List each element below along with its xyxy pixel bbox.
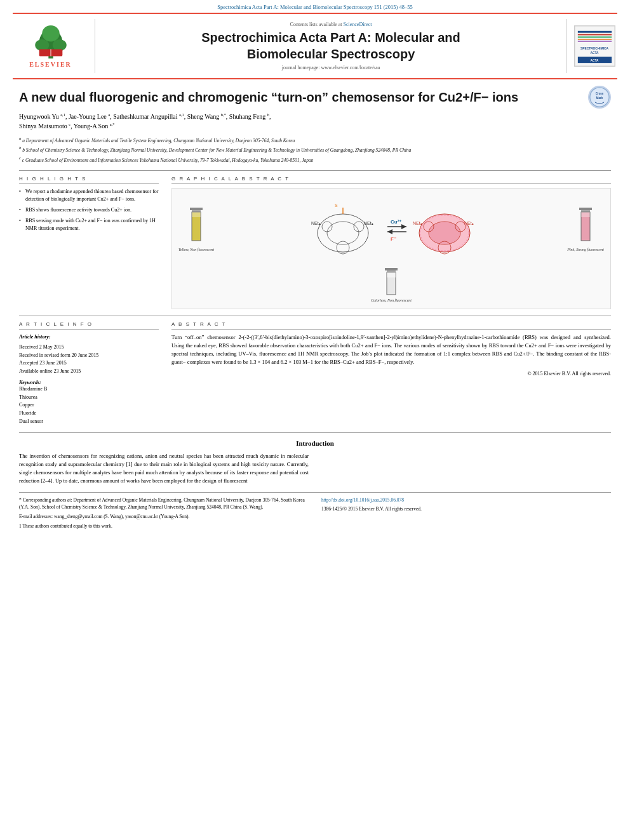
svg-rect-9 xyxy=(578,34,612,36)
svg-marker-37 xyxy=(387,229,392,234)
issn-text: 1386-1425/© 2015 Elsevier B.V. All right… xyxy=(321,505,611,512)
journal-badge-area: SPECTROCHIMICA ACTA ACTA xyxy=(566,19,617,73)
highlight-item-3: RBS sensing mode with Cu2+ and F− ion wa… xyxy=(19,217,159,232)
info-abstract-section: A R T I C L E I N F O Article history: R… xyxy=(19,321,611,426)
crossmark-icon: Cross Mark xyxy=(589,86,610,109)
svg-rect-12 xyxy=(578,41,612,41)
graphical-abstract-header: G R A P H I C A L A B S T R A C T xyxy=(171,176,611,184)
revised-date: Received in revised form 20 June 2015 xyxy=(19,352,159,360)
svg-point-26 xyxy=(322,222,332,232)
affiliations: a a Department of Advanced Organic Mater… xyxy=(19,135,611,164)
footnotes-two-col: * Corresponding authors at: Department o… xyxy=(19,497,611,530)
svg-marker-34 xyxy=(401,224,406,229)
elsevier-logo: ELSEVIER xyxy=(25,25,76,68)
svg-text:NEt₂: NEt₂ xyxy=(413,221,422,225)
journal-title: Spectrochimica Acta Part A: Molecular an… xyxy=(108,29,554,62)
vial-colorless-area: Colorless, Non fluorescent xyxy=(371,268,412,302)
svg-text:NEt₂: NEt₂ xyxy=(464,221,474,225)
svg-point-4 xyxy=(42,25,60,41)
abstract-column: A B S T R A C T Turn “off–on” chemosenso… xyxy=(171,321,611,426)
crossmark-badge[interactable]: Cross Mark xyxy=(588,86,611,109)
svg-text:ACTA: ACTA xyxy=(590,51,599,55)
vial-pink-icon xyxy=(576,208,595,246)
crossmark-inner: Cross Mark xyxy=(588,86,611,109)
affiliation-a: a a Department of Advanced Organic Mater… xyxy=(19,135,611,144)
keywords-list: Rhodamine B Thiourea Copper Fluoride Dua… xyxy=(19,385,159,426)
accepted-date: Accepted 23 June 2015 xyxy=(19,359,159,368)
equal-contribution-note: 1 These authors contributed equally to t… xyxy=(19,523,309,530)
corresponding-author-note: * Corresponding authors at: Department o… xyxy=(19,497,309,511)
svg-text:Cu²⁺: Cu²⁺ xyxy=(391,219,401,225)
svg-text:NEt₂: NEt₂ xyxy=(364,221,373,225)
svg-text:S: S xyxy=(335,203,338,208)
keyword-1: Rhodamine B xyxy=(19,385,159,394)
journal-reference-text: Spectrochimica Acta Part A: Molecular an… xyxy=(217,4,412,10)
svg-point-24 xyxy=(318,214,368,252)
spectrochimica-badge: SPECTROCHIMICA ACTA ACTA xyxy=(574,25,615,67)
copyright-text: © 2015 Elsevier B.V. All rights reserved… xyxy=(171,370,611,378)
vial-yellow: Yellow, Non fluorescent xyxy=(178,208,214,251)
introduction-title: Introduction xyxy=(19,439,611,447)
journal-homepage: journal homepage: www.elsevier.com/locat… xyxy=(108,65,554,70)
history-label: Article history: xyxy=(19,333,159,342)
keyword-5: Dual sensor xyxy=(19,418,159,426)
article-title-area: Cross Mark A new dual fluorogenic and ch… xyxy=(19,89,611,105)
elsevier-tree-icon xyxy=(25,25,76,60)
article-history: Article history: Received 2 May 2015 Rec… xyxy=(19,333,159,376)
page: Spectrochimica Acta Part A: Molecular an… xyxy=(0,0,630,840)
vial-colorless-icon xyxy=(382,268,401,297)
svg-rect-10 xyxy=(578,36,612,37)
svg-text:Cross: Cross xyxy=(596,92,604,95)
ga-image-area: Yellow, Non fluorescent xyxy=(178,195,604,265)
svg-text:SPECTROCHIMICA: SPECTROCHIMICA xyxy=(580,47,609,50)
received-date: Received 2 May 2015 xyxy=(19,343,159,352)
abstract-text: Turn “off–on” chemosensor 2-(-2-((3′,6′-… xyxy=(171,333,611,378)
svg-text:NEt₂: NEt₂ xyxy=(311,221,321,225)
authors-line: Hyungwook Yu a,1, Jae-Young Lee a, Sathe… xyxy=(19,112,611,131)
divider-1 xyxy=(19,170,611,171)
keyword-4: Fluoride xyxy=(19,410,159,418)
svg-rect-23 xyxy=(192,212,201,217)
doi-link[interactable]: http://dx.doi.org/10.1016/j.saa.2015.06.… xyxy=(321,497,611,503)
molecule-diagram: NEt₂ NEt₂ S xyxy=(224,195,558,265)
science-direct-link[interactable]: Contents lists available at ScienceDirec… xyxy=(108,22,554,27)
highlight-item-2: RBS shows fluorescence activity towards … xyxy=(19,206,159,214)
highlights-column: H I G H L I G H T S We report a rhodamin… xyxy=(19,176,159,309)
footnotes-right: http://dx.doi.org/10.1016/j.saa.2015.06.… xyxy=(321,497,611,530)
email-note: E-mail addresses: wang_sheng@ymail.com (… xyxy=(19,513,309,520)
introduction-section: Introduction The invention of chemosenso… xyxy=(19,432,611,486)
introduction-body: The invention of chemosensors for recogn… xyxy=(19,452,611,486)
molecule-svg: NEt₂ NEt₂ S xyxy=(302,195,479,265)
svg-text:ACTA: ACTA xyxy=(590,59,599,62)
vial-pink-label: Pink, Strong fluorescent xyxy=(567,248,604,251)
svg-rect-11 xyxy=(578,39,612,39)
svg-rect-50 xyxy=(581,212,590,217)
footnotes-left: * Corresponding authors at: Department o… xyxy=(19,497,309,530)
vial-colorless-label: Colorless, Non fluorescent xyxy=(371,298,412,302)
article-info-header: A R T I C L E I N F O xyxy=(19,321,159,330)
svg-text:F⁻: F⁻ xyxy=(391,236,396,242)
elsevier-logo-area: ELSEVIER xyxy=(13,19,95,73)
affiliation-b: b b School of Chemistry Science & Techno… xyxy=(19,145,611,154)
svg-rect-47 xyxy=(579,208,592,210)
divider-2 xyxy=(19,316,611,316)
svg-rect-54 xyxy=(387,272,396,277)
keywords-section: Keywords: Rhodamine B Thiourea Copper Fl… xyxy=(19,380,159,426)
spectrochimica-badge-svg: SPECTROCHIMICA ACTA ACTA xyxy=(575,25,615,67)
article-title: A new dual fluorogenic and chromogenic “… xyxy=(19,89,611,105)
svg-rect-8 xyxy=(578,31,612,33)
journal-reference-bar: Spectrochimica Acta Part A: Molecular an… xyxy=(0,0,630,13)
highlights-list: We report a rhodamine appended thiourea … xyxy=(19,188,159,232)
elsevier-brand-text: ELSEVIER xyxy=(29,61,72,68)
journal-title-area: Contents lists available at ScienceDirec… xyxy=(95,19,566,73)
keyword-3: Copper xyxy=(19,401,159,410)
vial-pink: Pink, Strong fluorescent xyxy=(567,208,604,251)
introduction-col-right xyxy=(321,452,611,486)
highlight-item-1: We report a rhodamine appended thiourea … xyxy=(19,188,159,203)
vial-yellow-label: Yellow, Non fluorescent xyxy=(178,248,214,251)
graphical-abstract-image: Yellow, Non fluorescent xyxy=(171,188,611,309)
affiliation-c: c c Graduate School of Environment and I… xyxy=(19,155,611,164)
highlights-header: H I G H L I G H T S xyxy=(19,176,159,184)
svg-rect-51 xyxy=(385,268,398,270)
keywords-label: Keywords: xyxy=(19,380,159,385)
